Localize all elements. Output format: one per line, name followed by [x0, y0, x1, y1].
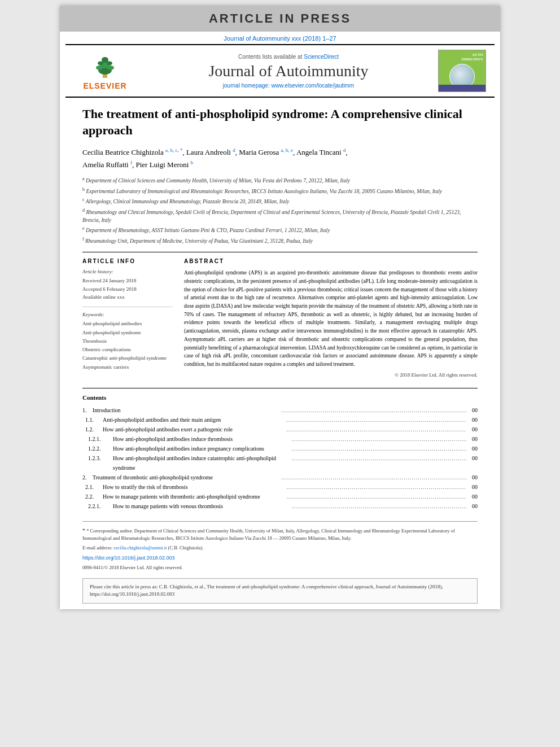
toc-page-1-2-3: 00 [466, 453, 478, 463]
contents-label: Contents [82, 394, 478, 401]
history-label: Article history: [82, 269, 173, 274]
footnotes-section: * * Corresponding author. Department of … [82, 521, 478, 571]
svg-point-6 [98, 61, 103, 65]
copyright-line: © 2018 Elsevier Ltd. All rights reserved… [184, 372, 478, 378]
article-info-heading: ARTICLE INFO [82, 258, 173, 264]
svg-point-3 [102, 57, 108, 63]
toc-dots-1-2: ........................................… [285, 425, 466, 434]
affil-e: e Department of Rheumatology, ASST Istit… [82, 225, 478, 234]
toc-text-1-1: Anti-phospholipid antibodies and their m… [103, 415, 285, 425]
homepage-label: journal homepage: [223, 82, 270, 89]
toc-text-1-2-2: How anti-phospholipid antibodies induce … [113, 444, 290, 453]
toc-item-1-2-2: 1.2.2. How anti-phospholipid antibodies … [82, 444, 478, 453]
toc-page-1-2-1: 00 [466, 434, 478, 444]
toc-item-2-2-1: 2.2.1. How to manage patients with venou… [82, 501, 478, 511]
corresponding-text: * Corresponding author. Department of Cl… [82, 528, 455, 541]
elsevier-name: ELSEVIER [83, 81, 126, 90]
toc-item-1-2-1: 1.2.1. How anti-phospholipid antibodies … [82, 434, 478, 444]
toc-dots-2-2-1: ........................................… [290, 501, 466, 511]
toc-dots-1-2-1: ........................................… [290, 434, 466, 444]
toc-dots-2-2: ........................................… [285, 492, 466, 501]
banner-text: ARTICLE IN PRESS [209, 11, 351, 25]
toc-text-2-2-1: How to manage patients with venous throm… [113, 501, 290, 511]
affil-a: a Department of Clinical Sciences and Co… [82, 176, 478, 185]
toc-text-2-1: How to stratify the risk of thrombosis [103, 482, 285, 492]
affil-d: d Rheumatology and Clinical Immunology, … [82, 207, 478, 225]
journal-title: Journal of Autoimmunity [145, 62, 432, 80]
cover-title: AUTOIMMUNITY [462, 53, 484, 62]
affil-c: c Allergology, Clinical Immunology and R… [82, 196, 478, 206]
journal-homepage: journal homepage: www.elsevier.com/locat… [145, 82, 432, 89]
issn-line: 0896-8411/© 2018 Elsevier Ltd. All right… [82, 564, 478, 571]
toc-num-1-1: 1.1. [82, 415, 103, 425]
svg-point-5 [107, 65, 114, 70]
toc-item-1: 1. Introduction ........................… [82, 405, 478, 415]
toc-num-1: 1. [82, 405, 93, 415]
email-note: (C.B. Chighizola). [168, 545, 204, 551]
elsevier-logo: ELSEVIER [71, 52, 139, 90]
toc-item-2-1: 2.1. How to stratify the risk of thrombo… [82, 482, 478, 492]
authors-line: Cecilia Beatrice Chighizola a, b, c, *, … [82, 146, 478, 171]
toc-page-2-2: 00 [466, 492, 478, 501]
svg-point-4 [96, 65, 103, 70]
toc-text-1-2: How anti-phospholipid antibodies exert a… [103, 425, 285, 434]
email-line: E-mail address: cecilia.chighizola@unimi… [82, 544, 478, 552]
elsevier-tree-icon [88, 52, 122, 80]
affil-b: b Experimental Laboratory of Immunologic… [82, 186, 478, 195]
toc-num-2-2-1: 2.2.1. [82, 501, 113, 511]
toc-dots-1: ........................................… [279, 405, 466, 415]
keyword-2: Anti-phospholipid syndrome [82, 329, 173, 337]
toc-text-1-2-1: How anti-phospholipid antibodies induce … [113, 434, 290, 444]
toc-item-1-2-3: 1.2.3. How anti-phospholipid antibodies … [82, 453, 478, 473]
page: ARTICLE IN PRESS Journal of Autoimmunity… [60, 6, 500, 609]
toc-num-1-2: 1.2. [82, 425, 103, 434]
abstract-column: ABSTRACT Anti-phospholipid syndrome (APS… [184, 258, 478, 378]
email-value[interactable]: cecilia.chighizola@unimi.it [113, 545, 167, 551]
toc-num-1-2-1: 1.2.1. [82, 434, 113, 444]
homepage-url-text[interactable]: www.elsevier.com/locate/jautimm [271, 82, 354, 89]
toc-page-1-2-2: 00 [466, 444, 478, 453]
article-in-press-banner: ARTICLE IN PRESS [60, 6, 500, 32]
citation-text: Please cite this article in press as: C.… [90, 584, 443, 597]
citation-box: Please cite this article in press as: C.… [82, 578, 478, 604]
corresponding-author-note: * * Corresponding author. Department of … [82, 526, 478, 542]
received-date: Received 24 January 2018 [82, 277, 173, 285]
available-date: Available online xxx [82, 293, 173, 301]
masthead-center: Contents lists available at ScienceDirec… [139, 54, 438, 89]
main-content: The treatment of anti-phospholipid syndr… [60, 98, 500, 609]
toc-text-1: Introduction [93, 405, 279, 415]
toc-item-1-1: 1.1. Anti-phospholipid antibodies and th… [82, 415, 478, 425]
toc-num-2-2: 2.2. [82, 492, 103, 501]
email-label: E-mail address: [82, 545, 112, 551]
toc-page-2-1: 00 [466, 482, 478, 492]
article-info-column: ARTICLE INFO Article history: Received 2… [82, 258, 173, 378]
toc-item-2-2: 2.2. How to manage patients with thrombo… [82, 492, 478, 501]
journal-ref-text: Journal of Autoimmunity xxx (2018) 1–27 [224, 35, 336, 42]
journal-reference: Journal of Autoimmunity xxx (2018) 1–27 [60, 32, 500, 44]
article-title: The treatment of anti-phospholipid syndr… [82, 106, 478, 138]
masthead: ELSEVIER Contents lists available at Sci… [65, 44, 495, 98]
doi-line: https://doi.org/10.1016/j.jaut.2018.02.0… [82, 554, 478, 562]
toc-dots-1-2-3: ........................................… [290, 453, 466, 463]
toc-page-2-2-1: 00 [466, 501, 478, 511]
keywords-label: Keywords: [82, 312, 173, 317]
keyword-3: Thrombosis [82, 337, 173, 346]
journal-cover-image: AUTOIMMUNITY [438, 50, 486, 92]
keyword-6: Asymptomatic carriers [82, 363, 173, 372]
contents-section: Contents 1. Introduction ...............… [82, 388, 478, 511]
toc-page-2: 00 [466, 473, 478, 482]
abstract-text: Anti-phospholipid syndrome (APS) is an a… [184, 269, 478, 369]
info-divider [82, 307, 173, 307]
toc-num-2-1: 2.1. [82, 482, 103, 492]
toc-item-1-2: 1.2. How anti-phospholipid antibodies ex… [82, 425, 478, 434]
sciencedirect-line: Contents lists available at ScienceDirec… [145, 54, 432, 60]
toc-page-1: 00 [466, 405, 478, 415]
doi-link[interactable]: https://doi.org/10.1016/j.jaut.2018.02.0… [82, 555, 175, 561]
history-items: Received 24 January 2018 Accepted 6 Febr… [82, 277, 173, 301]
toc-text-2-2: How to manage patients with thrombotic a… [103, 492, 285, 501]
toc-num-2: 2. [82, 473, 93, 482]
keywords-list: Anti-phospholipid antibodies Anti-phosph… [82, 320, 173, 372]
sciencedirect-text[interactable]: ScienceDirect [304, 54, 339, 60]
toc-dots-2: ........................................… [279, 473, 466, 482]
article-info-abstract-section: ARTICLE INFO Article history: Received 2… [82, 252, 478, 378]
